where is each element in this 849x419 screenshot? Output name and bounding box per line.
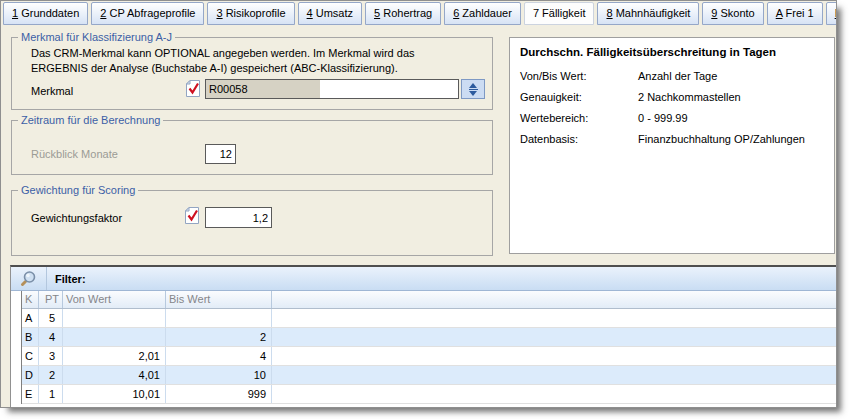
info-row: Datenbasis: Finanzbuchhaltung OP/Zahlung… — [520, 133, 824, 145]
table-row[interactable]: B 4 2 — [22, 328, 837, 347]
filter-search-button[interactable] — [11, 267, 47, 290]
cell-k: B — [22, 328, 39, 346]
rueckblick-monate-input[interactable] — [205, 144, 236, 164]
merkmal-field-filler — [320, 80, 458, 98]
group-zeitraum-berechnung: Zeitraum für die Berechnung Rückblick Mo… — [11, 120, 493, 175]
cell-empty — [272, 366, 837, 384]
table-row[interactable]: E 1 10,01 999 — [22, 385, 837, 404]
tab-frei-2[interactable]: B Frei 2 — [826, 2, 837, 25]
cell-k: E — [22, 385, 39, 403]
merkmal-label: Merkmal — [31, 85, 73, 97]
tab-strip: 1 Grunddaten 2 CP Abfrageprofile 3 Risik… — [3, 3, 837, 25]
cell-pt: 3 — [39, 347, 63, 365]
cell-von-wert: 2,01 — [63, 347, 166, 365]
info-label: Datenbasis: — [520, 133, 638, 145]
cell-pt: 4 — [39, 328, 63, 346]
group-title: Gewichtung für Scoring — [18, 183, 138, 197]
group-title: Zeitraum für die Berechnung — [18, 113, 163, 127]
cell-empty — [272, 347, 837, 365]
cell-bis-wert — [166, 309, 272, 327]
tab-rohertrag[interactable]: 5 Rohertrag — [365, 2, 441, 25]
grid-filter-bar: Filter: — [11, 267, 837, 291]
gewichtungsfaktor-input[interactable] — [205, 207, 272, 228]
table-row[interactable]: D 2 4,01 10 — [22, 366, 837, 385]
info-value: 2 Nachkommastellen — [638, 91, 741, 103]
info-label: Wertebereich: — [520, 112, 638, 124]
required-check-icon — [184, 206, 200, 229]
table-row[interactable]: C 3 2,01 4 — [22, 347, 837, 366]
magnifier-icon — [20, 270, 37, 287]
required-check-icon — [185, 79, 201, 102]
gewichtungsfaktor-label: Gewichtungsfaktor — [31, 212, 122, 224]
cell-k: D — [22, 366, 39, 384]
group-merkmal-klassifizierung: Merkmal für Klassifizierung A-J Das CRM-… — [11, 37, 493, 110]
info-row: Wertebereich: 0 - 999.99 — [520, 112, 824, 124]
header-von-wert[interactable]: Von Wert — [63, 291, 166, 308]
info-panel-faelligkeit: Durchschn. Fälligkeitsüberschreitung in … — [509, 37, 835, 254]
cell-bis-wert: 10 — [166, 366, 272, 384]
header-k[interactable]: K — [22, 291, 39, 308]
info-label: Genauigkeit: — [520, 91, 638, 103]
cell-von-wert: 4,01 — [63, 366, 166, 384]
tab-frei-1[interactable]: A Frei 1 — [767, 2, 823, 25]
cell-bis-wert: 999 — [166, 385, 272, 403]
spinner-up-icon — [469, 83, 477, 88]
cell-von-wert — [63, 309, 166, 327]
app-window: 1 Grunddaten 2 CP Abfrageprofile 3 Risik… — [0, 0, 837, 408]
header-empty — [272, 291, 837, 308]
info-label: Von/Bis Wert: — [520, 70, 638, 82]
info-panel-title: Durchschn. Fälligkeitsüberschreitung in … — [520, 46, 824, 58]
merkmal-description: Das CRM-Merkmal kann OPTIONAL angegeben … — [31, 46, 455, 76]
tab-skonto[interactable]: 9 Skonto — [702, 2, 763, 25]
tab-risikoprofile[interactable]: 3 Risikoprofile — [207, 2, 294, 25]
tab-umsatz[interactable]: 4 Umsatz — [298, 2, 362, 25]
cell-pt: 5 — [39, 309, 63, 327]
table-header-row: K PT Von Wert Bis Wert — [22, 291, 837, 309]
cell-empty — [272, 328, 837, 346]
info-row: Genauigkeit: 2 Nachkommastellen — [520, 91, 824, 103]
classification-grid-panel: Filter: K PT Von Wert Bis Wert A 5 — [10, 265, 837, 408]
cell-empty — [272, 385, 837, 403]
cell-bis-wert: 2 — [166, 328, 272, 346]
merkmal-input[interactable] — [206, 80, 320, 98]
tab-cp-abfrageprofile[interactable]: 2 CP Abfrageprofile — [91, 2, 204, 25]
spinner-divider — [469, 89, 478, 90]
cell-bis-wert: 4 — [166, 347, 272, 365]
tab-grunddaten[interactable]: 1 Grunddaten — [3, 2, 88, 25]
info-row: Von/Bis Wert: Anzahl der Tage — [520, 70, 824, 82]
tab-zahldauer[interactable]: 6 Zahldauer — [444, 2, 521, 25]
filter-label: Filter: — [55, 273, 86, 285]
group-title: Merkmal für Klassifizierung A-J — [18, 30, 175, 44]
screenshot-stage: 1 Grunddaten 2 CP Abfrageprofile 3 Risik… — [0, 0, 849, 419]
merkmal-field — [205, 79, 459, 99]
cell-pt: 1 — [39, 385, 63, 403]
table-row[interactable]: A 5 — [22, 309, 837, 328]
tab-faelligkeit[interactable]: 7 Fälligkeit — [524, 2, 595, 25]
info-value: Finanzbuchhaltung OP/Zahlungen — [638, 133, 805, 145]
classification-table: K PT Von Wert Bis Wert A 5 B 4 — [21, 291, 837, 404]
rueckblick-monate-label: Rückblick Monate — [31, 148, 118, 160]
info-value: Anzahl der Tage — [638, 70, 717, 82]
cell-von-wert — [63, 328, 166, 346]
group-gewichtung-scoring: Gewichtung für Scoring Gewichtungsfaktor — [11, 190, 493, 256]
cell-k: C — [22, 347, 39, 365]
header-bis-wert[interactable]: Bis Wert — [166, 291, 272, 308]
header-pt[interactable]: PT — [39, 291, 63, 308]
tab-mahnhaeufigkeit[interactable]: 8 Mahnhäufigkeit — [597, 2, 699, 25]
cell-pt: 2 — [39, 366, 63, 384]
merkmal-spinner-button[interactable] — [461, 79, 485, 99]
cell-k: A — [22, 309, 39, 327]
cell-von-wert: 10,01 — [63, 385, 166, 403]
cell-empty — [272, 309, 837, 327]
info-value: 0 - 999.99 — [638, 112, 688, 124]
spinner-down-icon — [469, 91, 477, 96]
